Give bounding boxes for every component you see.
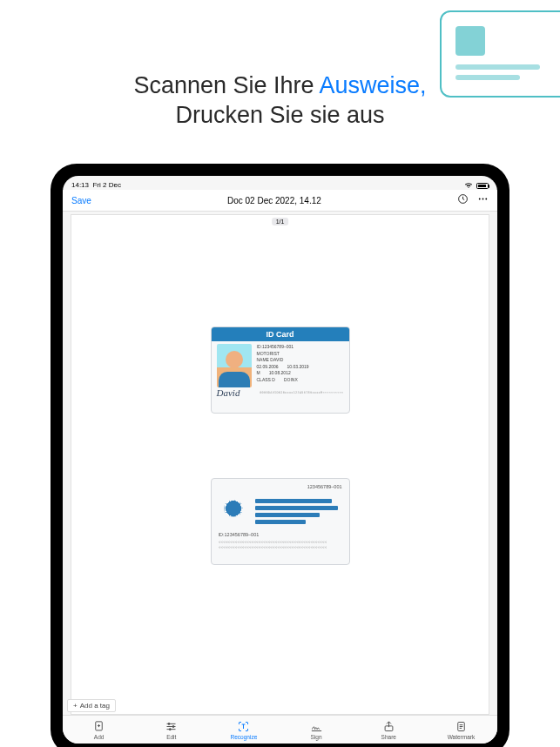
add-page-icon	[92, 720, 105, 733]
globe-icon	[219, 496, 248, 521]
content-area: 1/1 ID Card ID:123456789–001 MOTORIST NA…	[63, 212, 497, 715]
id-card-back: 123456789–001 ID:123456789–001 <<<<<<<<<…	[211, 478, 350, 565]
id-back-bottom-id: ID:123456789–001	[219, 532, 342, 537]
tablet-frame: 14:13 Fri 2 Dec Save Doc 02 Dec 2022, 14…	[51, 164, 509, 747]
svg-point-3	[485, 199, 487, 200]
id-back-top-id: 123456789–001	[219, 484, 342, 489]
id-front-motorist: MOTORIST	[257, 351, 280, 356]
svg-point-6	[172, 725, 174, 727]
id-back-mrz: <<<<<<<<<<<<<<<<<<<<<<<<<<<<<<<<<<<<<<<<…	[219, 540, 342, 550]
id-front-mrz: 0000DAVID020xxxx123456789xxxxM<<<<<<<<<<	[260, 391, 343, 394]
share-icon	[382, 720, 395, 733]
id-front-title: ID Card	[212, 327, 349, 341]
recognize-button[interactable]: Recognize	[207, 720, 280, 741]
svg-point-2	[482, 199, 484, 200]
edit-button[interactable]: Edit	[135, 720, 207, 741]
wifi-icon	[464, 182, 473, 189]
status-bar: 14:13 Fri 2 Dec	[63, 176, 497, 190]
id-signature: David	[217, 387, 240, 398]
watermark-icon	[455, 720, 468, 733]
battery-icon	[476, 183, 489, 189]
sliders-icon	[165, 720, 178, 733]
plus-icon: +	[73, 702, 78, 710]
status-date: Fri 2 Dec	[92, 181, 120, 189]
sign-button[interactable]: Sign	[280, 720, 353, 741]
id-front-id: ID:123456789–001	[257, 344, 344, 349]
page-counter: 1/1	[272, 218, 289, 225]
tablet-screen: 14:13 Fri 2 Dec Save Doc 02 Dec 2022, 14…	[63, 176, 497, 744]
more-icon[interactable]	[477, 192, 489, 208]
headline-highlight: Ausweise,	[320, 72, 427, 98]
id-photo	[217, 344, 252, 387]
doc-title: Doc 02 Dec 2022, 14.12	[227, 196, 321, 205]
history-icon[interactable]	[457, 192, 469, 208]
share-button[interactable]: Share	[353, 720, 425, 741]
svg-point-1	[479, 199, 481, 200]
headline-part2: Drucken Sie sie aus	[175, 102, 384, 128]
ocr-icon	[237, 720, 250, 733]
scanned-page[interactable]: ID Card ID:123456789–001 MOTORIST NAME D…	[71, 214, 489, 715]
id-front-name: NAME DAVID	[257, 357, 284, 362]
svg-point-5	[168, 723, 170, 724]
add-tag-button[interactable]: + Add a tag	[67, 699, 116, 712]
signature-icon	[310, 720, 323, 733]
watermark-button[interactable]: Watermark	[425, 720, 497, 741]
nav-bar: Save Doc 02 Dec 2022, 14.12	[63, 190, 497, 212]
bottom-toolbar: Add Edit Recognize Sign Share Watermark	[63, 715, 497, 744]
add-tag-label: Add a tag	[80, 702, 110, 710]
svg-point-7	[170, 728, 172, 730]
save-button[interactable]: Save	[71, 196, 91, 205]
headline-part1: Scannen Sie Ihre	[133, 72, 319, 98]
hero-card-decor	[440, 10, 560, 98]
status-time: 14:13	[71, 181, 89, 189]
id-card-front: ID Card ID:123456789–001 MOTORIST NAME D…	[211, 326, 350, 414]
add-button[interactable]: Add	[63, 720, 135, 741]
id-back-bars	[255, 496, 342, 527]
